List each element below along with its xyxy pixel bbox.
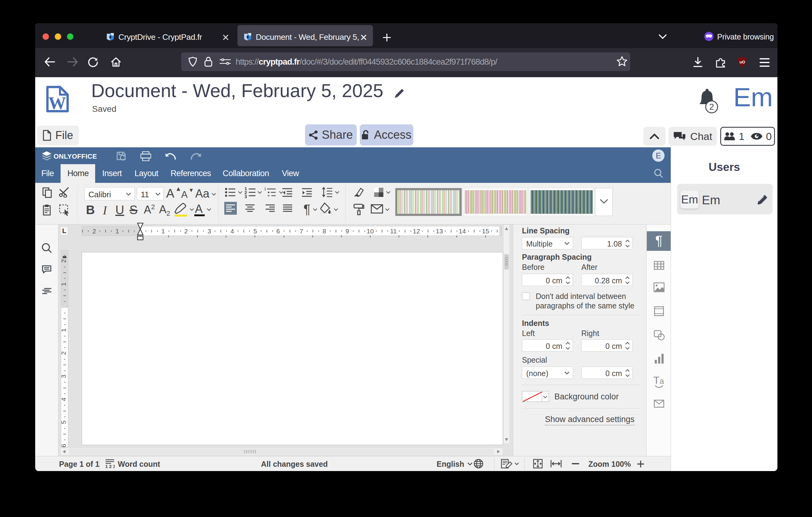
svg-text:15: 15 [482, 227, 489, 235]
svg-text:3: 3 [61, 375, 67, 378]
svg-text:2: 2 [61, 351, 67, 355]
svg-text:9: 9 [345, 227, 349, 235]
svg-text:8: 8 [322, 227, 326, 235]
svg-text:uO: uO [740, 60, 745, 64]
svg-text:5: 5 [253, 227, 257, 235]
svg-text:14: 14 [459, 227, 466, 235]
svg-text:6: 6 [61, 444, 67, 447]
svg-text:W: W [48, 93, 66, 112]
svg-text:1: 1 [61, 282, 67, 286]
svg-text:2: 2 [92, 227, 96, 235]
svg-text:2: 2 [184, 227, 188, 235]
svg-text:1: 1 [161, 227, 165, 235]
svg-text:7: 7 [299, 227, 303, 235]
svg-text:1 2 3: 1 2 3 [105, 464, 115, 468]
svg-text:4: 4 [230, 227, 234, 235]
svg-text:6: 6 [276, 227, 280, 235]
svg-text:11: 11 [390, 227, 397, 235]
svg-text:10: 10 [367, 227, 374, 235]
svg-text:4: 4 [61, 398, 67, 401]
svg-text:12: 12 [413, 227, 420, 235]
svg-text:1: 1 [264, 187, 266, 191]
svg-text:1: 1 [61, 328, 67, 332]
svg-text:13: 13 [436, 227, 443, 235]
svg-text:2: 2 [61, 259, 67, 263]
svg-text:1: 1 [115, 227, 119, 235]
svg-text:3: 3 [207, 227, 211, 235]
svg-text:5: 5 [61, 420, 67, 424]
